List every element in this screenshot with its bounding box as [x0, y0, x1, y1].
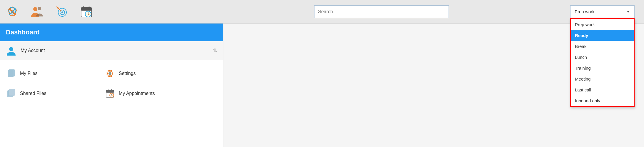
sidebar-account[interactable]: My Account ⇅: [0, 41, 223, 60]
svg-point-19: [88, 14, 89, 14]
search-area: [193, 5, 570, 18]
appointments-icon: [105, 88, 115, 99]
svg-point-5: [38, 7, 41, 10]
account-icon: [6, 45, 16, 56]
users-icon[interactable]: [29, 4, 45, 19]
toolbar-icons: [5, 4, 193, 19]
toolbar: Prep work ▼ Prep workReadyBreakLunchTrai…: [0, 0, 644, 24]
svg-rect-12: [81, 8, 92, 11]
sidebar-item-shared-files[interactable]: Shared Files: [6, 86, 100, 101]
sort-icon: ⇅: [213, 47, 217, 54]
dropdown-item[interactable]: Meeting: [571, 74, 634, 84]
dropdown-item[interactable]: Last call: [571, 84, 634, 95]
status-dropdown-menu: Prep workReadyBreakLunchTrainingMeetingL…: [570, 18, 635, 107]
main-content: Dashboard My Account ⇅ My Files: [0, 24, 644, 147]
svg-point-20: [9, 47, 13, 51]
dropdown-item[interactable]: Training: [571, 63, 634, 74]
files-icon: [6, 68, 16, 79]
svg-rect-27: [9, 89, 15, 96]
sidebar-item-label: Settings: [119, 71, 136, 76]
chevron-down-icon: ▼: [626, 10, 630, 14]
svg-point-8: [61, 11, 63, 13]
svg-rect-29: [106, 90, 114, 93]
dashboard-title: Dashboard: [6, 29, 40, 36]
search-input[interactable]: [314, 5, 449, 18]
targeting-icon[interactable]: [54, 4, 69, 19]
dropdown-item[interactable]: Break: [571, 41, 634, 52]
sidebar-item-label: Shared Files: [20, 91, 46, 96]
sidebar: Dashboard My Account ⇅ My Files: [0, 24, 223, 147]
svg-point-4: [33, 7, 37, 11]
sidebar-item-my-files[interactable]: My Files: [6, 66, 100, 81]
sidebar-item-settings[interactable]: Settings: [105, 66, 199, 81]
status-dropdown-button[interactable]: Prep work ▼: [570, 5, 635, 18]
app-container: Prep work ▼ Prep workReadyBreakLunchTrai…: [0, 0, 644, 147]
logo-icon[interactable]: [5, 4, 20, 19]
shared-files-icon: [6, 88, 16, 99]
sidebar-item-my-appointments[interactable]: My Appointments: [105, 86, 199, 101]
status-button-label: Prep work: [575, 9, 595, 14]
sidebar-item-label: My Appointments: [119, 91, 155, 96]
svg-rect-22: [9, 69, 15, 76]
settings-icon: [105, 68, 115, 79]
status-dropdown-container: Prep work ▼ Prep workReadyBreakLunchTrai…: [570, 5, 635, 18]
svg-point-24: [109, 72, 111, 75]
dropdown-item[interactable]: Lunch: [571, 52, 634, 63]
dropdown-item[interactable]: Inbound only: [571, 95, 634, 106]
dropdown-item[interactable]: Prep work: [571, 19, 634, 30]
account-label: My Account: [21, 48, 45, 53]
svg-point-3: [11, 11, 13, 13]
sidebar-items: My Files Settings Shared Files My Appoin…: [0, 60, 223, 107]
sidebar-item-label: My Files: [20, 71, 38, 76]
sidebar-header: Dashboard: [0, 24, 223, 41]
dropdown-item[interactable]: Ready: [571, 30, 634, 41]
calendar-icon[interactable]: [79, 4, 94, 19]
